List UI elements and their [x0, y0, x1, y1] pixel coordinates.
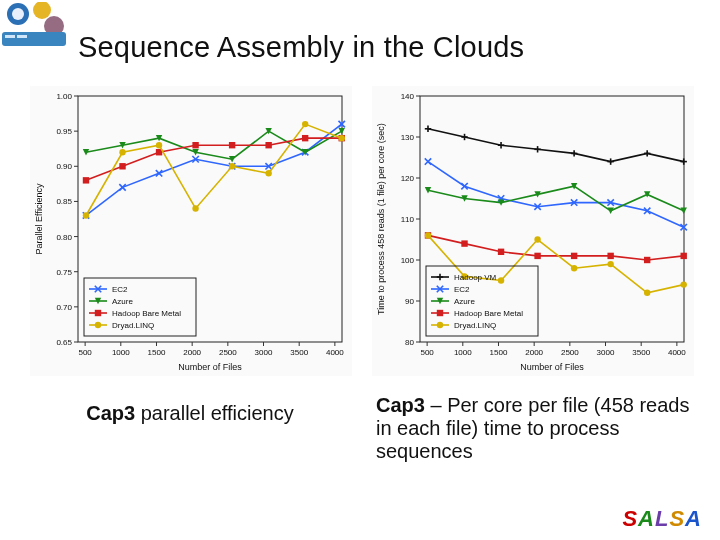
svg-rect-176	[681, 253, 687, 259]
page-title: Sequence Assembly in the Clouds	[78, 31, 524, 64]
svg-point-94	[95, 322, 101, 328]
svg-text:Dryad.LINQ: Dryad.LINQ	[112, 321, 154, 330]
svg-text:Azure: Azure	[454, 297, 475, 306]
svg-point-179	[498, 277, 504, 283]
svg-text:0.95: 0.95	[56, 127, 72, 136]
svg-text:130: 130	[401, 133, 415, 142]
svg-text:3500: 3500	[290, 348, 308, 357]
svg-text:Parallel Efficiency: Parallel Efficiency	[34, 183, 44, 254]
svg-point-183	[644, 290, 650, 296]
svg-text:0.70: 0.70	[56, 303, 72, 312]
svg-marker-65	[339, 128, 345, 134]
page-logo	[2, 2, 66, 46]
svg-text:Number of Files: Number of Files	[178, 362, 242, 372]
svg-rect-4	[2, 32, 66, 46]
svg-rect-172	[534, 253, 540, 259]
svg-rect-6	[17, 35, 27, 38]
caption-left: Cap3 parallel efficiency	[40, 402, 340, 425]
svg-text:110: 110	[401, 215, 415, 224]
svg-text:0.90: 0.90	[56, 162, 72, 171]
svg-text:Dryad.LINQ: Dryad.LINQ	[454, 321, 496, 330]
svg-rect-70	[229, 142, 235, 148]
svg-text:100: 100	[401, 256, 415, 265]
svg-rect-171	[498, 249, 504, 255]
svg-text:3500: 3500	[632, 348, 650, 357]
svg-text:EC2: EC2	[454, 285, 470, 294]
caption-right-bold: Cap3	[376, 394, 425, 416]
svg-marker-168	[681, 208, 687, 214]
svg-point-77	[192, 205, 198, 211]
svg-point-184	[681, 281, 687, 287]
caption-left-bold: Cap3	[86, 402, 135, 424]
svg-point-79	[265, 170, 271, 176]
svg-text:Number of Files: Number of Files	[520, 362, 584, 372]
chart-right: 5001000150020002500300035004000Number of…	[372, 86, 694, 376]
svg-text:2500: 2500	[561, 348, 579, 357]
svg-text:1.00: 1.00	[56, 92, 72, 101]
svg-point-181	[571, 265, 577, 271]
svg-marker-166	[607, 208, 613, 214]
caption-right: Cap3 – Per core per file (458 reads in e…	[376, 394, 696, 463]
svg-text:500: 500	[78, 348, 92, 357]
svg-text:Azure: Azure	[112, 297, 133, 306]
svg-text:0.65: 0.65	[56, 338, 72, 347]
svg-rect-66	[83, 177, 89, 183]
svg-rect-71	[265, 142, 271, 148]
svg-rect-67	[119, 163, 125, 169]
svg-text:0.85: 0.85	[56, 197, 72, 206]
svg-text:Hadoop Bare Metal: Hadoop Bare Metal	[112, 309, 181, 318]
svg-point-80	[302, 121, 308, 127]
svg-marker-167	[644, 191, 650, 197]
svg-point-2	[33, 2, 51, 19]
svg-text:0.80: 0.80	[56, 233, 72, 242]
svg-rect-173	[571, 253, 577, 259]
svg-point-177	[425, 232, 431, 238]
svg-point-201	[437, 322, 443, 328]
svg-rect-198	[437, 310, 443, 316]
svg-text:500: 500	[420, 348, 434, 357]
chart-left: 5001000150020002500300035004000Number of…	[30, 86, 352, 376]
svg-text:2000: 2000	[183, 348, 201, 357]
svg-point-182	[607, 261, 613, 267]
svg-text:Hadoop Bare Metal: Hadoop Bare Metal	[454, 309, 523, 318]
svg-rect-175	[644, 257, 650, 263]
svg-text:1500: 1500	[148, 348, 166, 357]
svg-text:90: 90	[405, 297, 414, 306]
svg-rect-69	[192, 142, 198, 148]
svg-point-1	[12, 8, 24, 20]
svg-text:3000: 3000	[597, 348, 615, 357]
svg-text:0.75: 0.75	[56, 268, 72, 277]
svg-point-81	[339, 135, 345, 141]
svg-text:140: 140	[401, 92, 415, 101]
svg-text:1500: 1500	[490, 348, 508, 357]
svg-text:3000: 3000	[255, 348, 273, 357]
svg-text:EC2: EC2	[112, 285, 128, 294]
svg-point-180	[534, 236, 540, 242]
svg-point-76	[156, 142, 162, 148]
svg-rect-72	[302, 135, 308, 141]
svg-text:4000: 4000	[668, 348, 686, 357]
svg-rect-174	[607, 253, 613, 259]
svg-rect-91	[95, 310, 101, 316]
svg-text:2000: 2000	[525, 348, 543, 357]
svg-text:2500: 2500	[219, 348, 237, 357]
footer-brand: SALSA	[622, 506, 702, 532]
svg-text:4000: 4000	[326, 348, 344, 357]
svg-point-74	[83, 212, 89, 218]
svg-rect-170	[461, 240, 467, 246]
svg-text:120: 120	[401, 174, 415, 183]
svg-text:80: 80	[405, 338, 414, 347]
svg-text:1000: 1000	[454, 348, 472, 357]
svg-rect-5	[5, 35, 15, 38]
svg-text:Time to process 458 reads  (1 : Time to process 458 reads (1 file) per c…	[376, 123, 386, 315]
svg-point-78	[229, 163, 235, 169]
svg-point-75	[119, 149, 125, 155]
caption-left-rest: parallel efficiency	[135, 402, 294, 424]
svg-text:Hadoop VM: Hadoop VM	[454, 273, 497, 282]
svg-text:1000: 1000	[112, 348, 130, 357]
